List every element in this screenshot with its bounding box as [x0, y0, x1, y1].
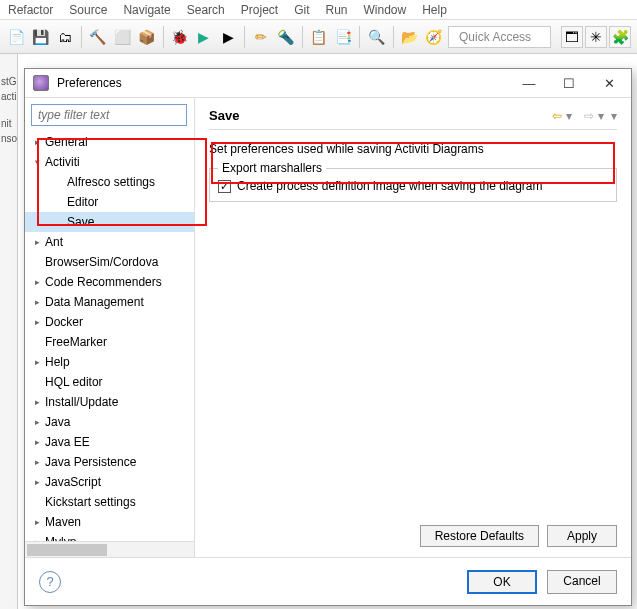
chevron-right-icon[interactable]: ▸ [31, 276, 43, 288]
chevron-right-icon[interactable]: ▸ [31, 396, 43, 408]
tree-item-java-ee[interactable]: ▸Java EE [25, 432, 194, 452]
dialog-titlebar: Preferences — ☐ ✕ [25, 69, 631, 97]
toolbar-icon[interactable]: 📦 [136, 26, 156, 48]
horizontal-scrollbar[interactable] [25, 541, 194, 557]
tree-item-label: Activiti [45, 155, 80, 169]
tree-item-hql-editor[interactable]: HQL editor [25, 372, 194, 392]
toolbar-icon[interactable]: ⬜ [112, 26, 132, 48]
minimize-button[interactable]: — [509, 71, 549, 95]
perspective-icon[interactable]: ✳ [585, 26, 607, 48]
chevron-right-icon[interactable]: ▸ [31, 316, 43, 328]
menu-run[interactable]: Run [326, 3, 348, 17]
ide-left-strip: stGractinitnsol [0, 54, 18, 609]
toolbar-icon[interactable]: 🧭 [424, 26, 444, 48]
chevron-right-icon[interactable]: ▸ [31, 416, 43, 428]
back-arrow-icon[interactable]: ⇦ [552, 109, 562, 123]
chevron-right-icon[interactable]: ▸ [31, 456, 43, 468]
chevron-right-icon[interactable]: ▸ [31, 356, 43, 368]
perspective-icon[interactable]: 🧩 [609, 26, 631, 48]
chevron-right-icon[interactable]: ▸ [31, 476, 43, 488]
chevron-right-icon[interactable]: ▸ [31, 236, 43, 248]
tree-item-code-recommenders[interactable]: ▸Code Recommenders [25, 272, 194, 292]
tree-item-label: HQL editor [45, 375, 103, 389]
toolbar-icon[interactable]: 📑 [333, 26, 353, 48]
menu-search[interactable]: Search [187, 3, 225, 17]
menu-window[interactable]: Window [364, 3, 407, 17]
tree-item-install-update[interactable]: ▸Install/Update [25, 392, 194, 412]
preferences-page: Save ⇦▾ ⇨▾ ▾ Set preferences used while … [195, 98, 631, 557]
menu-source[interactable]: Source [69, 3, 107, 17]
menu-refactor[interactable]: Refactor [8, 3, 53, 17]
preferences-tree[interactable]: ▸General▾ActivitiAlfresco settingsEditor… [25, 132, 194, 541]
help-icon[interactable]: ? [39, 571, 61, 593]
ok-button[interactable]: OK [467, 570, 537, 594]
tree-item-activiti[interactable]: ▾Activiti [25, 152, 194, 172]
tree-item-label: Kickstart settings [45, 495, 136, 509]
tree-twisty-none [53, 176, 65, 188]
tree-item-label: Save [67, 215, 94, 229]
chevron-right-icon[interactable]: ▸ [31, 136, 43, 148]
ide-menubar[interactable]: RefactorSourceNavigateSearchProjectGitRu… [0, 0, 637, 20]
dialog-title: Preferences [57, 76, 501, 90]
apply-button[interactable]: Apply [547, 525, 617, 547]
toolbar-icon[interactable]: 📂 [399, 26, 419, 48]
tree-item-alfresco-settings[interactable]: Alfresco settings [25, 172, 194, 192]
dialog-bottom-bar: ? OK Cancel [25, 557, 631, 605]
chevron-down-icon[interactable]: ▾ [31, 156, 43, 168]
tree-item-ant[interactable]: ▸Ant [25, 232, 194, 252]
toolbar-icon[interactable]: 🔦 [276, 26, 296, 48]
tree-item-label: Data Management [45, 295, 144, 309]
tree-item-label: General [45, 135, 88, 149]
quick-access-input[interactable]: Quick Access [448, 26, 551, 48]
tree-item-data-management[interactable]: ▸Data Management [25, 292, 194, 312]
view-tab[interactable]: nit [0, 116, 17, 131]
tree-item-label: Maven [45, 515, 81, 529]
tree-item-kickstart-settings[interactable]: Kickstart settings [25, 492, 194, 512]
toolbar-icon[interactable]: 📄 [6, 26, 26, 48]
create-image-checkbox[interactable]: ✓ Create process definition image when s… [218, 179, 608, 193]
toolbar-icon[interactable]: 🔨 [88, 26, 108, 48]
toolbar-icon[interactable]: 📋 [309, 26, 329, 48]
tree-item-maven[interactable]: ▸Maven [25, 512, 194, 532]
forward-arrow-icon[interactable]: ⇨ [584, 109, 594, 123]
tree-item-javascript[interactable]: ▸JavaScript [25, 472, 194, 492]
tree-item-docker[interactable]: ▸Docker [25, 312, 194, 332]
tree-item-editor[interactable]: Editor [25, 192, 194, 212]
run-icon[interactable]: ▶ [194, 26, 214, 48]
saveall-icon[interactable]: 🗂 [55, 26, 75, 48]
checkbox-icon[interactable]: ✓ [218, 180, 231, 193]
close-button[interactable]: ✕ [589, 71, 629, 95]
maximize-button[interactable]: ☐ [549, 71, 589, 95]
chevron-right-icon[interactable]: ▸ [31, 436, 43, 448]
view-tab[interactable]: stGr [0, 74, 17, 89]
tree-item-save[interactable]: Save [25, 212, 194, 232]
toolbar-icon[interactable]: ▶ [218, 26, 238, 48]
view-tab[interactable]: acti [0, 89, 17, 104]
chevron-right-icon[interactable]: ▸ [31, 296, 43, 308]
tree-item-mylyn[interactable]: ▸Mylyn [25, 532, 194, 541]
save-icon[interactable]: 💾 [30, 26, 50, 48]
filter-input[interactable] [31, 104, 187, 126]
perspective-switcher[interactable]: 🗔 ✳ 🧩 [561, 26, 631, 48]
cancel-button[interactable]: Cancel [547, 570, 617, 594]
menu-help[interactable]: Help [422, 3, 447, 17]
restore-defaults-button[interactable]: Restore Defaults [420, 525, 539, 547]
tree-item-java-persistence[interactable]: ▸Java Persistence [25, 452, 194, 472]
page-nav[interactable]: ⇦▾ ⇨▾ ▾ [552, 109, 617, 123]
tree-item-general[interactable]: ▸General [25, 132, 194, 152]
chevron-right-icon[interactable]: ▸ [31, 516, 43, 528]
menu-git[interactable]: Git [294, 3, 309, 17]
view-tab[interactable]: nsol [0, 131, 17, 146]
tree-item-java[interactable]: ▸Java [25, 412, 194, 432]
toolbar-icon[interactable]: ✏ [251, 26, 271, 48]
tree-item-browsersim-cordova[interactable]: BrowserSim/Cordova [25, 252, 194, 272]
tree-item-label: Editor [67, 195, 98, 209]
tree-item-label: Alfresco settings [67, 175, 155, 189]
menu-navigate[interactable]: Navigate [123, 3, 170, 17]
tree-item-freemarker[interactable]: FreeMarker [25, 332, 194, 352]
debug-icon[interactable]: 🐞 [170, 26, 190, 48]
menu-project[interactable]: Project [241, 3, 278, 17]
perspective-icon[interactable]: 🗔 [561, 26, 583, 48]
tree-item-help[interactable]: ▸Help [25, 352, 194, 372]
search-icon[interactable]: 🔍 [366, 26, 386, 48]
